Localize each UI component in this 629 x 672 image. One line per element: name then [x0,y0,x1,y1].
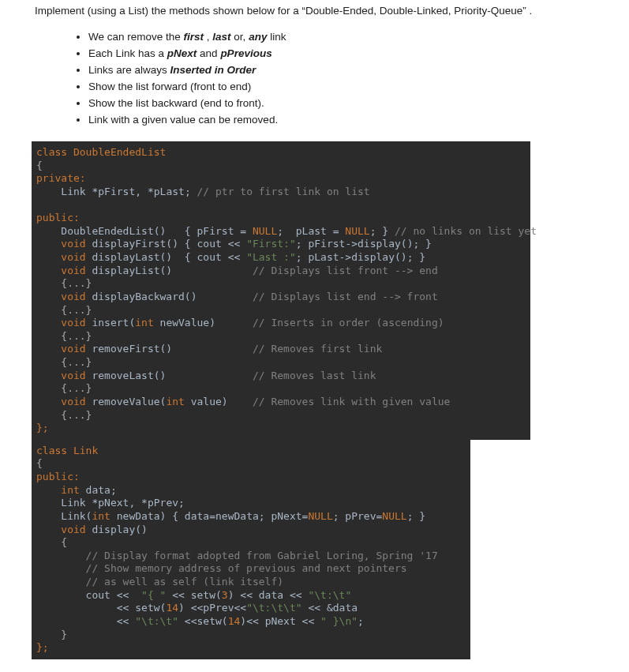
list-item: Links are always Inserted in Order [88,64,629,76]
bullet-list: We can remove the first , last or, any l… [35,31,629,126]
code-block-link: class Link { public: int data; Link *pNe… [32,440,470,659]
list-item: Show the list forward (front to end) [88,81,629,92]
list-item: Show the list backward (end to front). [88,97,629,109]
list-item: Each Link has a pNext and pPrevious [88,47,629,59]
list-item: Link with a given value can be removed. [88,114,629,126]
list-item: We can remove the first , last or, any l… [88,31,629,43]
page: Implement (using a List) the methods sho… [0,0,629,659]
code-block-doubleendedlist: class DoubleEndedList { private: Link *p… [32,141,530,440]
intro-text: Implement (using a List) the methods sho… [35,5,629,17]
